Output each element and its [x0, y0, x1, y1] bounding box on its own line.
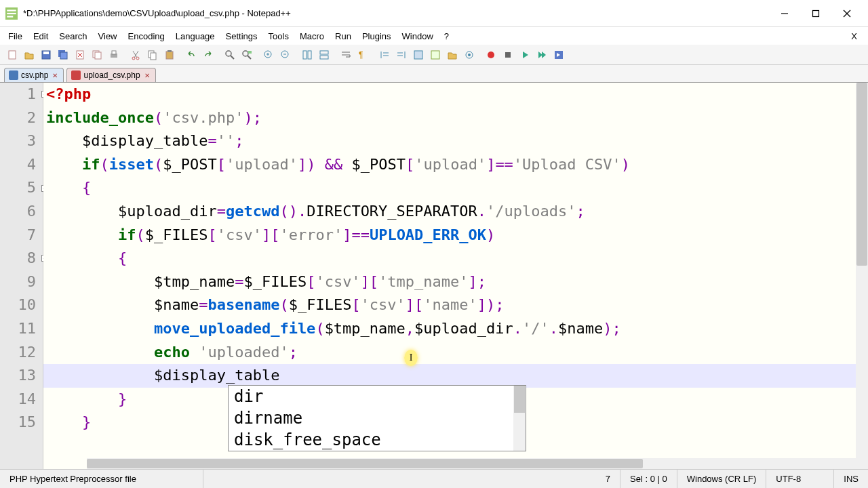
svg-rect-17 [95, 52, 101, 59]
text-cursor-highlight: I [404, 350, 418, 366]
svg-rect-27 [167, 50, 172, 52]
autocomplete-scrollbar[interactable] [513, 386, 526, 451]
function-list-icon[interactable] [410, 47, 427, 63]
svg-rect-8 [9, 51, 16, 59]
tab-upload-csv[interactable]: upload_csv.php ✕ [66, 68, 155, 82]
window-title: *D:\PHPApplications\demo\CSVUpload\uploa… [23, 8, 769, 18]
svg-rect-10 [43, 52, 49, 54]
status-eol: Windows (CR LF) [677, 470, 767, 488]
indent-guide-icon[interactable] [376, 47, 393, 63]
new-file-icon[interactable] [4, 47, 20, 63]
svg-rect-56 [505, 52, 511, 58]
svg-point-23 [136, 57, 139, 60]
replace-icon[interactable] [239, 47, 255, 63]
svg-point-55 [488, 52, 494, 58]
menu-help[interactable]: ? [439, 30, 454, 43]
close-button[interactable] [831, 3, 863, 24]
menubar: File Edit Search View Encoding Language … [0, 27, 868, 45]
find-icon[interactable] [222, 47, 238, 63]
menu-settings[interactable]: Settings [220, 30, 263, 43]
close-doc-button[interactable]: X [843, 30, 865, 43]
tab-label: csv.php [21, 70, 48, 80]
tab-close-icon[interactable]: ✕ [51, 71, 59, 79]
menu-window[interactable]: Window [397, 30, 439, 43]
save-all-icon[interactable] [55, 47, 71, 63]
menu-edit[interactable]: Edit [28, 30, 54, 43]
redo-icon[interactable] [200, 47, 216, 63]
autocomplete-popup[interactable]: dir dirname disk_free_space [228, 385, 526, 451]
stop-macro-icon[interactable] [500, 47, 516, 63]
save-icon[interactable] [38, 47, 54, 63]
svg-point-22 [132, 57, 135, 60]
svg-rect-5 [813, 10, 819, 16]
cut-icon[interactable] [127, 47, 144, 63]
play-macro-icon[interactable] [517, 47, 533, 63]
sync-h-icon[interactable] [316, 47, 332, 63]
vertical-scrollbar[interactable] [856, 83, 868, 469]
minimize-button[interactable] [769, 3, 800, 24]
svg-rect-39 [308, 51, 311, 59]
tab-close-icon[interactable]: ✕ [143, 71, 151, 79]
maximize-button[interactable] [800, 3, 831, 24]
menu-view[interactable]: View [93, 30, 123, 43]
open-file-icon[interactable] [21, 47, 37, 63]
status-pos: 7 [596, 470, 620, 488]
svg-text:¶: ¶ [359, 50, 363, 60]
close-file-icon[interactable] [72, 47, 88, 63]
menu-language[interactable]: Language [170, 30, 220, 43]
svg-line-29 [231, 56, 234, 59]
line-gutter: 1− 234 5− 67 8− 9101112131415 [0, 83, 43, 469]
svg-rect-41 [320, 56, 328, 59]
svg-rect-12 [60, 52, 67, 59]
svg-rect-40 [320, 51, 328, 54]
tab-label: upload_csv.php [83, 70, 140, 80]
svg-rect-19 [112, 51, 116, 54]
outdent-icon[interactable] [393, 47, 410, 63]
svg-rect-52 [431, 51, 439, 59]
wordwrap-icon[interactable] [338, 47, 354, 63]
sync-v-icon[interactable] [299, 47, 315, 63]
svg-rect-1 [7, 9, 16, 11]
titlebar: *D:\PHPApplications\demo\CSVUpload\uploa… [0, 0, 868, 27]
close-all-icon[interactable] [89, 47, 105, 63]
file-icon [9, 70, 18, 80]
copy-icon[interactable] [144, 47, 161, 63]
svg-rect-51 [414, 51, 422, 59]
svg-rect-3 [7, 16, 13, 17]
status-mode: INS [834, 470, 868, 488]
undo-icon[interactable] [183, 47, 199, 63]
code-area[interactable]: <?php include_once('csv.php'); $display_… [43, 83, 868, 469]
svg-point-30 [243, 51, 248, 56]
show-all-chars-icon[interactable]: ¶ [355, 47, 371, 63]
svg-rect-2 [7, 12, 16, 14]
svg-rect-25 [151, 53, 156, 60]
folder-icon[interactable] [444, 47, 460, 63]
menu-encoding[interactable]: Encoding [123, 30, 170, 43]
svg-rect-26 [166, 52, 173, 59]
zoom-out-icon[interactable] [277, 47, 294, 63]
menu-tools[interactable]: Tools [263, 30, 294, 43]
statusbar: PHP Hypertext Preprocessor file 7 Sel : … [0, 469, 868, 488]
menu-run[interactable]: Run [330, 30, 357, 43]
doc-map-icon[interactable] [427, 47, 443, 63]
play-multi-icon[interactable] [534, 47, 550, 63]
autocomplete-item[interactable]: dirname [229, 407, 526, 429]
svg-rect-38 [303, 51, 307, 59]
monitor-icon[interactable] [461, 47, 477, 63]
save-macro-icon[interactable] [551, 47, 567, 63]
editor[interactable]: 1− 234 5− 67 8− 9101112131415 <?php incl… [0, 83, 868, 469]
autocomplete-item[interactable]: disk_free_space [229, 429, 526, 451]
svg-line-31 [248, 56, 251, 59]
menu-file[interactable]: File [3, 30, 28, 43]
menu-search[interactable]: Search [54, 30, 92, 43]
tab-csv[interactable]: csv.php ✕ [4, 68, 64, 82]
autocomplete-item[interactable]: dir [229, 386, 526, 407]
print-icon[interactable] [106, 47, 122, 63]
horizontal-scrollbar[interactable] [87, 458, 856, 469]
status-language: PHP Hypertext Preprocessor file [0, 470, 203, 488]
menu-plugins[interactable]: Plugins [357, 30, 397, 43]
menu-macro[interactable]: Macro [294, 30, 330, 43]
zoom-in-icon[interactable] [260, 47, 277, 63]
paste-icon[interactable] [161, 47, 178, 63]
record-macro-icon[interactable] [483, 47, 499, 63]
